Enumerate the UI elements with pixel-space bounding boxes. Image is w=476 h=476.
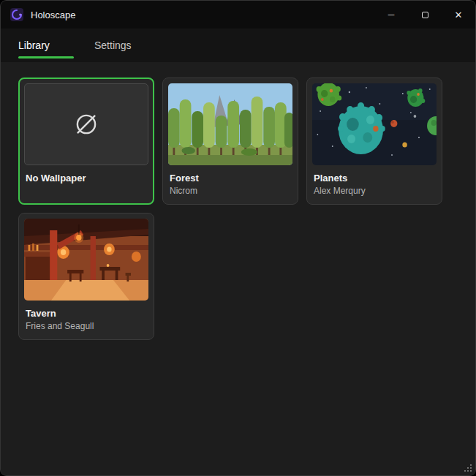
tab-settings[interactable]: Settings — [94, 29, 132, 62]
forest-thumbnail — [168, 83, 292, 165]
no-wallpaper-thumbnail — [24, 83, 148, 165]
tab-bar: Library Settings — [1, 29, 475, 62]
maximize-button[interactable] — [408, 1, 442, 29]
card-author: Fries and Seagull — [26, 321, 147, 331]
planets-thumbnail — [312, 83, 437, 165]
wallpaper-grid: No Wallpaper — [1, 62, 475, 475]
card-name: No Wallpaper — [26, 173, 147, 184]
maximize-icon — [422, 12, 428, 18]
resize-grip-dots-icon — [462, 462, 473, 473]
wallpaper-card-planets[interactable]: Planets Alex Merqury — [306, 78, 442, 205]
card-name: Tavern — [26, 308, 147, 319]
minimize-button[interactable]: ─ — [374, 1, 408, 29]
empty-set-icon — [70, 108, 102, 140]
card-name: Forest — [170, 173, 291, 184]
window-title: Holoscape — [31, 10, 374, 20]
tab-settings-label: Settings — [94, 39, 132, 51]
wallpaper-card-no-wallpaper[interactable]: No Wallpaper — [18, 78, 154, 205]
tab-library[interactable]: Library — [18, 29, 74, 62]
wallpaper-card-forest[interactable]: Forest Nicrom — [162, 78, 298, 205]
app-logo-icon — [10, 8, 23, 21]
window-titlebar: Holoscape ─ ✕ — [1, 1, 475, 29]
card-author: Nicrom — [170, 186, 291, 196]
tavern-thumbnail — [24, 219, 148, 301]
card-name: Planets — [314, 173, 435, 184]
minimize-icon: ─ — [388, 10, 395, 20]
resize-grip[interactable] — [462, 462, 473, 473]
wallpaper-card-tavern[interactable]: Tavern Fries and Seagull — [18, 213, 154, 340]
card-author: Alex Merqury — [314, 186, 435, 196]
app-window: Holoscape ─ ✕ Library Settings — [0, 0, 476, 476]
close-icon: ✕ — [455, 10, 463, 20]
close-button[interactable]: ✕ — [442, 1, 475, 29]
tab-library-label: Library — [18, 39, 50, 51]
